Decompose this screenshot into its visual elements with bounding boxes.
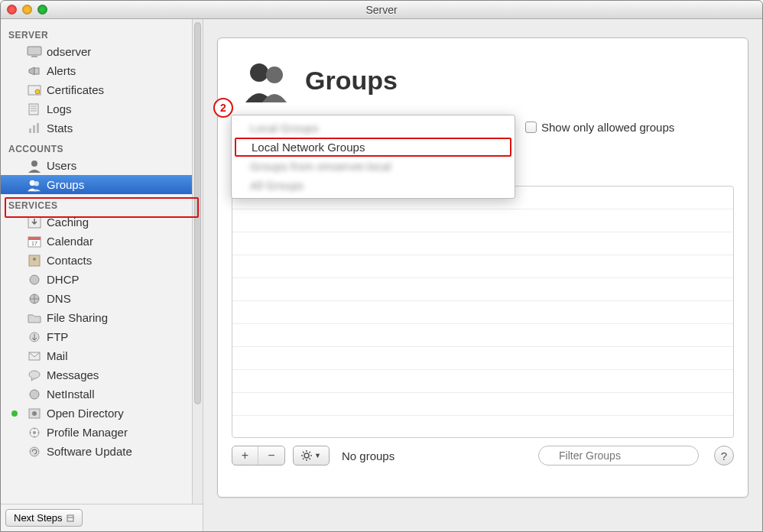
- messages-icon: [27, 368, 42, 382]
- gear-icon: [301, 450, 312, 461]
- groups-header-icon: [241, 60, 287, 102]
- svg-rect-11: [33, 125, 35, 133]
- sidebar-item-netinstall[interactable]: NetInstall: [1, 384, 192, 404]
- svg-rect-0: [28, 47, 41, 55]
- titlebar: Server: [1, 1, 762, 19]
- sidebar-item-filesharing[interactable]: File Sharing: [1, 308, 192, 327]
- download-box-icon: [27, 216, 42, 229]
- sidebar-item-label: Caching: [47, 216, 89, 229]
- show-only-allowed-checkbox[interactable]: Show only allowed groups: [525, 121, 674, 134]
- list-row: [232, 278, 733, 301]
- add-remove-segmented: + −: [232, 446, 285, 466]
- dropdown-item-groups-from-server[interactable]: Groups from omserver.local: [232, 157, 515, 176]
- sidebar-item-label: Groups: [47, 178, 84, 191]
- sidebar-item-dns[interactable]: DNS: [1, 289, 192, 308]
- sidebar-item-messages[interactable]: Messages: [1, 365, 192, 384]
- sidebar-item-label: Messages: [47, 368, 99, 381]
- dropdown-item-local-network-groups[interactable]: Local Network Groups: [235, 138, 511, 157]
- svg-point-22: [30, 275, 39, 284]
- calendar-icon: 17: [27, 235, 42, 248]
- page-title: Groups: [305, 66, 398, 96]
- filter-groups-input[interactable]: [538, 446, 699, 466]
- help-button[interactable]: ?: [714, 446, 734, 466]
- sidebar-item-softwareupdate[interactable]: Software Update: [1, 442, 192, 461]
- svg-rect-10: [29, 128, 31, 133]
- service-status-dot: [11, 410, 18, 417]
- sidebar-item-groups[interactable]: Groups: [1, 175, 192, 194]
- svg-point-33: [250, 63, 268, 82]
- ftp-icon: [27, 330, 42, 344]
- list-row: [232, 393, 733, 416]
- user-icon: [27, 159, 42, 173]
- logs-icon: [27, 102, 42, 116]
- svg-point-27: [30, 390, 39, 399]
- sidebar-item-label: odserver: [47, 45, 91, 58]
- section-header-server: SERVER: [1, 24, 192, 42]
- svg-line-40: [303, 452, 304, 453]
- list-row: [232, 232, 733, 255]
- sidebar-item-label: DNS: [47, 292, 71, 305]
- groups-list[interactable]: [232, 186, 734, 438]
- next-steps-button[interactable]: Next Steps: [5, 509, 83, 527]
- sidebar-item-label: Open Directory: [47, 407, 124, 420]
- list-row: [232, 255, 733, 278]
- sidebar-item-label: Logs: [47, 102, 72, 115]
- groups-panel: Groups placeholder ▴▾ Local Groups Local…: [217, 37, 748, 498]
- dropdown-item-all-groups[interactable]: All Groups: [232, 176, 515, 195]
- sidebar-item-logs[interactable]: Logs: [1, 99, 192, 118]
- sidebar-item-label: Contacts: [47, 254, 92, 267]
- section-header-services: SERVICES: [1, 194, 192, 212]
- remove-button[interactable]: −: [258, 446, 284, 465]
- sidebar-item-label: Mail: [47, 349, 68, 362]
- sidebar-item-label: Certificates: [47, 83, 104, 96]
- certificate-icon: [27, 83, 42, 97]
- dropdown-item-local-groups[interactable]: Local Groups: [232, 118, 515, 138]
- sidebar-item-calendar[interactable]: 17 Calendar: [1, 232, 192, 251]
- globe-plug-icon: [27, 273, 42, 287]
- minimize-icon[interactable]: [22, 5, 32, 15]
- close-icon[interactable]: [7, 5, 17, 15]
- netinstall-icon: [27, 388, 42, 401]
- zoom-icon[interactable]: [37, 5, 47, 15]
- content-area: Groups placeholder ▴▾ Local Groups Local…: [203, 19, 762, 531]
- sidebar-item-profilemanager[interactable]: Profile Manager: [1, 423, 192, 442]
- display-icon: [27, 45, 42, 59]
- scope-dropdown: Local Groups Local Network Groups Groups…: [231, 115, 515, 199]
- window-controls: [7, 5, 47, 15]
- svg-point-29: [32, 411, 37, 416]
- add-button[interactable]: +: [232, 446, 258, 465]
- sidebar-item-label: Users: [47, 159, 76, 172]
- scope-select[interactable]: placeholder ▴▾ Local Groups Local Networ…: [232, 117, 515, 137]
- next-steps-label: Next Steps: [14, 512, 63, 524]
- server-window: Server SERVER odserver Alerts: [0, 0, 763, 532]
- scrollbar-thumb[interactable]: [194, 22, 201, 404]
- sidebar-item-certificates[interactable]: Certificates: [1, 80, 192, 99]
- actions-gear-button[interactable]: ▼: [293, 446, 330, 466]
- sidebar-item-label: Software Update: [47, 445, 132, 458]
- sidebar-item-users[interactable]: Users: [1, 156, 192, 175]
- sidebar-item-label: FTP: [47, 330, 68, 343]
- svg-point-31: [33, 431, 36, 434]
- sidebar-item-caching[interactable]: Caching: [1, 212, 192, 232]
- sidebar-scrollbar[interactable]: [192, 19, 203, 531]
- list-row: [232, 301, 733, 324]
- svg-rect-46: [67, 515, 73, 521]
- sidebar-item-contacts[interactable]: Contacts: [1, 251, 192, 270]
- sidebar-item-opendirectory[interactable]: Open Directory: [1, 404, 192, 423]
- window-title: Server: [365, 4, 397, 16]
- sidebar-item-ftp[interactable]: FTP: [1, 327, 192, 346]
- section-header-accounts: ACCOUNTS: [1, 138, 192, 156]
- sidebar-item-alerts[interactable]: Alerts: [1, 61, 192, 80]
- svg-rect-18: [28, 237, 41, 240]
- megaphone-icon: [27, 64, 42, 78]
- softwareupdate-icon: [27, 445, 42, 459]
- svg-line-42: [303, 459, 304, 460]
- svg-rect-3: [34, 68, 39, 74]
- sidebar-footer: Next Steps: [1, 504, 203, 531]
- sidebar-item-stats[interactable]: Stats: [1, 118, 192, 138]
- sidebar-item-odserver[interactable]: odserver: [1, 42, 192, 61]
- sidebar-item-mail[interactable]: Mail: [1, 346, 192, 365]
- sidebar-item-dhcp[interactable]: DHCP: [1, 270, 192, 289]
- folder-share-icon: [27, 311, 42, 325]
- svg-point-5: [35, 89, 40, 94]
